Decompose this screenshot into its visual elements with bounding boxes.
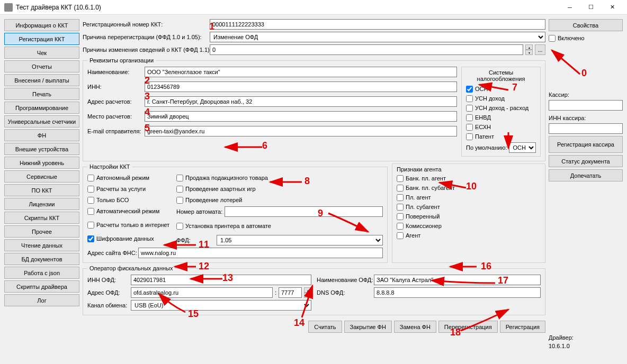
excise-checkbox[interactable]: [176, 175, 183, 181]
sidebar-item-13[interactable]: Лицензии: [4, 198, 79, 210]
titlebar: Тест драйвера ККТ (10.6.1.0) ─ ☐ ✕: [0, 0, 627, 15]
tax-osn-checkbox[interactable]: [466, 86, 473, 93]
internet-only-checkbox[interactable]: [87, 222, 94, 229]
org-legend: Реквизиты организации: [87, 57, 156, 63]
rereg-button[interactable]: Перерегистрация: [438, 321, 498, 333]
auto-mode-checkbox[interactable]: [87, 208, 94, 215]
print-more-button[interactable]: Допечатать: [549, 169, 623, 181]
rereg-reason-label: Причина перерегистрации (ФФД 1.0 и 1.05)…: [83, 34, 208, 40]
fns-input[interactable]: [138, 248, 383, 258]
sidebar-item-2[interactable]: Чек: [4, 47, 79, 59]
org-name-input[interactable]: [145, 67, 457, 77]
properties-button[interactable]: Свойства: [549, 19, 623, 31]
maximize-button[interactable]: ☐: [580, 0, 602, 15]
tax-box: Системы налогообложения ОСН УСН доход УС…: [461, 67, 541, 157]
ofd-addr-input[interactable]: [131, 287, 273, 298]
sidebar-item-1[interactable]: Регистрация ККТ: [4, 33, 79, 45]
change-fn-button[interactable]: Замена ФН: [394, 321, 436, 333]
sidebar-item-11[interactable]: Сервисные: [4, 170, 79, 183]
doc-status-button[interactable]: Статус документа: [549, 155, 623, 167]
changes-more-button[interactable]: ...: [535, 44, 545, 55]
driver-version: 10.6.1.0: [549, 343, 623, 349]
changes-reasons-input[interactable]: [210, 44, 523, 55]
close-fn-button[interactable]: Закрытие ФН: [344, 321, 392, 333]
sidebar-item-4[interactable]: Внесения / выплаты: [4, 74, 79, 86]
close-button[interactable]: ✕: [602, 0, 623, 15]
bank-agent-checkbox[interactable]: [397, 175, 404, 182]
sidebar-item-0[interactable]: Информация о ККТ: [4, 19, 79, 31]
ofd-inn-input[interactable]: [131, 275, 311, 285]
fns-label: Адрес сайта ФНС:: [87, 250, 136, 256]
ofd-port-input[interactable]: [279, 287, 302, 298]
org-email-input[interactable]: [145, 126, 457, 136]
autonomous-checkbox[interactable]: [87, 175, 94, 181]
sidebar-item-8[interactable]: ФН: [4, 129, 79, 141]
kkt-fieldset: Настройки ККТ Автономный режим Расчеты з…: [83, 163, 388, 263]
sidebar-item-7[interactable]: Универсальные счетчики: [4, 115, 79, 128]
reg-num-input[interactable]: [210, 19, 545, 30]
ofd-dns-input[interactable]: [374, 287, 541, 298]
tax-usn-dr-checkbox[interactable]: [466, 105, 473, 112]
minimize-button[interactable]: ─: [559, 0, 580, 15]
commissioner-checkbox[interactable]: [397, 223, 404, 230]
reg-button[interactable]: Регистрация: [500, 321, 545, 333]
ffd-select[interactable]: 1.05: [217, 235, 383, 245]
changes-spinner[interactable]: ▴▾: [525, 44, 533, 55]
org-place-label: Место расчетов:: [87, 113, 142, 120]
bank-subagent-checkbox[interactable]: [397, 185, 404, 192]
enabled-checkbox[interactable]: [549, 35, 556, 42]
attorney-checkbox[interactable]: [397, 213, 404, 220]
ffd-label: ФФД:: [176, 237, 214, 243]
machine-num-input[interactable]: [225, 206, 383, 217]
pay-subagent-checkbox[interactable]: [397, 204, 404, 211]
tax-default-label: По умолчанию:: [466, 144, 507, 151]
lottery-checkbox[interactable]: [176, 197, 183, 204]
sidebar-item-6[interactable]: Программирование: [4, 102, 79, 114]
sidebar-item-14[interactable]: Скрипты ККТ: [4, 212, 79, 224]
right-panel: Свойства Включено Кассир: ИНН кассира: Р…: [549, 19, 623, 349]
tax-envd-checkbox[interactable]: [466, 114, 473, 121]
gambling-checkbox[interactable]: [176, 186, 183, 193]
sidebar-item-15[interactable]: Прочее: [4, 225, 79, 238]
tax-usn-d-checkbox[interactable]: [466, 95, 473, 102]
changes-reasons-label: Причины изменения сведений о ККТ (ФФД 1.…: [83, 47, 208, 53]
bso-checkbox[interactable]: [87, 197, 94, 204]
rereg-reason-select[interactable]: Изменение ОФД: [210, 32, 545, 42]
pay-agent-checkbox[interactable]: [397, 194, 404, 201]
tax-patent-checkbox[interactable]: [466, 133, 473, 140]
tax-eshn-checkbox[interactable]: [466, 124, 473, 131]
services-checkbox[interactable]: [87, 186, 94, 193]
sidebar-item-17[interactable]: БД документов: [4, 253, 79, 265]
tax-default-select[interactable]: ОСН: [509, 142, 536, 153]
cashier-input[interactable]: [549, 100, 623, 111]
cashier-inn-label: ИНН кассира:: [549, 115, 623, 121]
tax-title: Системы налогообложения: [466, 69, 536, 82]
port-spinner[interactable]: ▴▾: [304, 287, 311, 298]
driver-label: Драйвер:: [549, 334, 623, 341]
excise-label: Продажа подакцизного товара: [185, 175, 268, 181]
autonomous-label: Автономный режим: [96, 175, 149, 181]
org-addr-input[interactable]: [145, 96, 457, 107]
tax-usn-d-label: УСН доход: [475, 95, 505, 102]
encryption-checkbox[interactable]: [87, 235, 94, 242]
printer-machine-checkbox[interactable]: [176, 223, 183, 230]
org-place-input[interactable]: [145, 111, 457, 122]
sidebar-item-10[interactable]: Нижний уровень: [4, 157, 79, 169]
sidebar-item-19[interactable]: Скрипты драйвера: [4, 280, 79, 293]
ofd-name-input[interactable]: [374, 275, 541, 285]
content-area: Регистрационный номер ККТ: Причина перер…: [83, 19, 545, 349]
cashier-inn-input[interactable]: [549, 123, 623, 134]
sidebar-item-9[interactable]: Внешие устройства: [4, 143, 79, 155]
sidebar-item-12[interactable]: ПО ККТ: [4, 184, 79, 196]
sidebar-item-16[interactable]: Чтение данных: [4, 239, 79, 251]
sidebar-item-5[interactable]: Печать: [4, 88, 79, 100]
reg-cashier-button[interactable]: Регистрация кассира: [549, 136, 623, 153]
sidebar-item-18[interactable]: Работа с json: [4, 267, 79, 279]
org-inn-input[interactable]: [145, 81, 457, 92]
sidebar-item-20[interactable]: Лог: [4, 294, 79, 306]
channel-select[interactable]: USB (EoU): [131, 300, 311, 311]
agent-checkbox[interactable]: [397, 232, 404, 239]
read-button[interactable]: Считать: [308, 321, 342, 333]
sidebar-item-3[interactable]: Отчеты: [4, 60, 79, 72]
reg-num-label: Регистрационный номер ККТ:: [83, 21, 208, 28]
